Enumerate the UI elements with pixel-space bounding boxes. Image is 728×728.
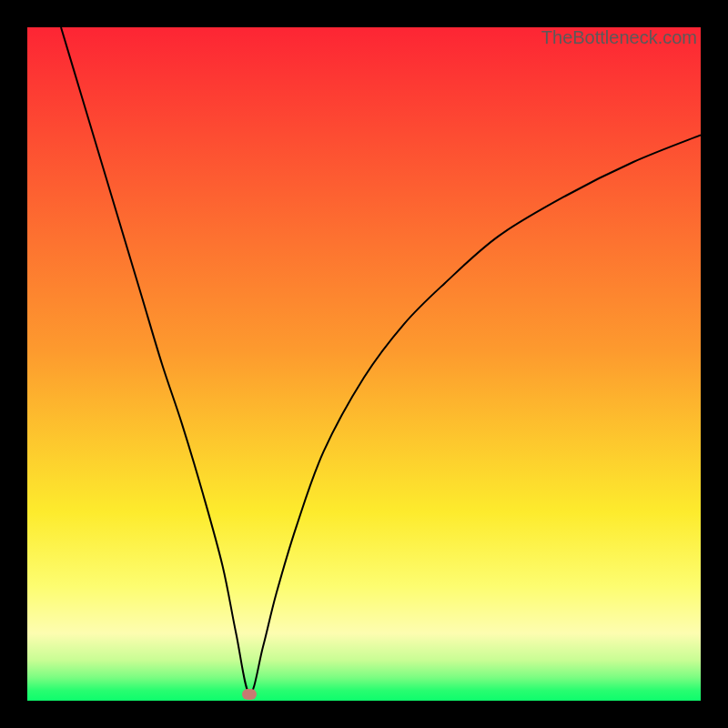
frame-border-bottom <box>0 701 728 728</box>
chart-frame: TheBottleneck.com <box>0 0 728 728</box>
frame-border-top <box>0 0 728 27</box>
bottleneck-curve <box>27 27 701 701</box>
minimum-marker <box>242 689 257 700</box>
plot-area <box>27 27 701 701</box>
watermark-text: TheBottleneck.com <box>541 27 697 48</box>
frame-border-left <box>0 0 27 728</box>
frame-border-right <box>701 0 728 728</box>
